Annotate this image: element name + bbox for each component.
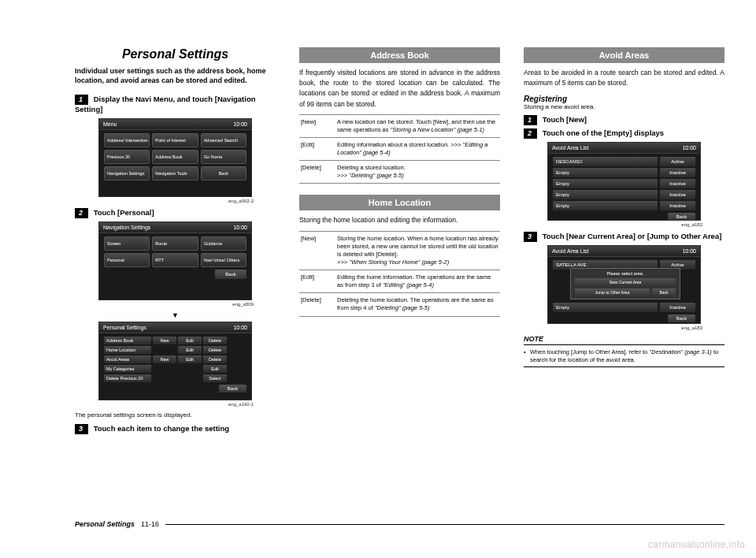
home-location-table: [New] Storing the home location. When a … — [299, 231, 500, 317]
nav-btn[interactable]: Guidance — [201, 236, 246, 251]
note-body: When touching [Jump to Other Area], refe… — [524, 348, 724, 364]
menu-btn[interactable]: Go Home — [201, 150, 246, 164]
intro-text: Individual user settings such as the add… — [75, 66, 276, 85]
ps-delete[interactable]: Delete — [203, 337, 227, 344]
menu-btn[interactable]: Address/ Intersection — [104, 133, 150, 147]
avoid-areas-desc: Areas to be avoided in a route search ca… — [524, 68, 724, 88]
section-avoid-areas: Avoid Areas — [524, 47, 724, 63]
caption-sc3: eng_a190-1 — [75, 402, 276, 407]
ps-label: My Categories — [104, 365, 151, 373]
menu-btn[interactable]: Address Book — [152, 150, 198, 164]
step-3-text: Touch each item to change the setting — [94, 424, 229, 433]
avoid-item[interactable]: Empty — [553, 201, 658, 210]
sc3-clock: 10:00 — [233, 325, 247, 330]
step-3: 3 Touch each item to change the setting — [75, 424, 276, 434]
ps-edit[interactable]: Edit — [203, 365, 227, 373]
avoid-item[interactable]: DESCANSO — [553, 157, 658, 166]
nav-btn[interactable]: Route — [152, 236, 198, 251]
def-val: A new location can be stored. Touch [New… — [335, 114, 500, 137]
nav-btn[interactable]: RTT — [152, 253, 198, 267]
avoid-item[interactable]: Empty — [553, 303, 658, 312]
section-home-location: Home Location — [299, 195, 500, 210]
def-val: Editing information about a stored locat… — [335, 137, 500, 160]
screenshot-avoid-list: Avoid Area List 10:00 DESCANSOActive Emp… — [547, 142, 701, 221]
avoid-step-1: 1 Touch [New] — [524, 115, 724, 125]
def-key: [Delete] — [299, 161, 335, 184]
avoid-step-1-text: Touch [New] — [543, 115, 587, 124]
step-num-2: 2 — [75, 208, 88, 218]
ps-label: Home Location — [104, 346, 151, 354]
def-val: Deleting a stored location.>>> "Deleting… — [335, 161, 500, 184]
screenshot-personal: Personal Settings 10:00 Address Book New… — [98, 322, 252, 400]
back-button[interactable]: Back — [668, 213, 695, 221]
sc2-clock: 10:00 — [233, 225, 247, 230]
menu-btn[interactable]: Previous 20 — [104, 150, 150, 164]
nav-btn[interactable]: Personal — [104, 253, 150, 267]
arrow-down-icon: ▼ — [75, 311, 276, 319]
avoid-item[interactable]: Empty — [553, 168, 658, 177]
avoid-step-2-text: Touch one of the [Empty] displays — [543, 128, 664, 137]
dialog-title: Please select area. — [575, 271, 676, 276]
ps-select[interactable]: Select — [203, 374, 227, 382]
def-key: [New] — [299, 114, 335, 137]
sc-avoid-clock: 10:00 — [682, 145, 696, 151]
avoid-item[interactable]: Empty — [553, 179, 658, 188]
ps-edit[interactable]: Edit — [178, 337, 202, 344]
nav-btn[interactable]: Screen — [104, 236, 150, 251]
step-2: 2 Touch [Personal] — [75, 208, 276, 218]
step-num-1: 1 — [75, 95, 88, 105]
nav-btn[interactable]: Navi Voice/ Others — [201, 253, 246, 267]
ps-new[interactable]: New — [153, 355, 176, 363]
menu-btn[interactable]: Navigation Settings — [104, 166, 150, 180]
column-middle: Address Book If frequently visited locat… — [299, 47, 500, 437]
column-right: Avoid Areas Areas to be avoided in a rou… — [524, 47, 724, 437]
step-num-1: 1 — [524, 115, 537, 125]
ps-label: Address Book — [104, 337, 151, 344]
sc-avoid2-clock: 10:00 — [682, 248, 696, 254]
select-area-dialog: Please select area. Near Current Area Ju… — [570, 268, 680, 299]
avoid-status: Inactive — [660, 168, 695, 177]
ps-label: Avoid Areas — [104, 355, 151, 363]
def-val: Storing the home location. When a home l… — [335, 231, 500, 270]
near-current-area-button[interactable]: Near Current Area — [575, 278, 676, 286]
ps-edit[interactable]: Edit — [178, 355, 202, 363]
def-key: [Edit] — [299, 137, 335, 160]
def-key: [New] — [299, 231, 335, 270]
def-val: Editing the home information. The operat… — [335, 270, 500, 293]
avoid-status: Inactive — [660, 201, 695, 210]
back-button[interactable]: Back — [668, 314, 695, 322]
footer-rule — [165, 524, 724, 525]
sc-avoid2-title: Avoid Area List — [552, 248, 589, 254]
page: Personal Settings Individual user settin… — [0, 0, 756, 461]
ps-delete[interactable]: Delete — [203, 355, 227, 363]
step-1: 1 Display the Navi Menu, and touch [Navi… — [75, 95, 276, 114]
menu-btn[interactable]: Point of Interest — [152, 133, 198, 147]
menu-btn[interactable]: Advanced Search — [201, 133, 246, 147]
home-location-desc: Storing the home location and editing th… — [299, 215, 500, 225]
ps-delete[interactable]: Delete — [203, 346, 227, 354]
def-val: Deleting the home location. The operatio… — [335, 293, 500, 316]
back-button[interactable]: Back — [219, 385, 246, 392]
ps-edit[interactable]: Edit — [178, 346, 202, 354]
registering-heading: Registering — [524, 95, 724, 103]
page-title: Personal Settings — [75, 47, 276, 61]
screenshot-avoid-dialog: Avoid Area List 10:00 SATELLA AVE.Active… — [547, 245, 701, 324]
screenshot-menu: Menu 10:00 Address/ Intersection Point o… — [98, 118, 252, 197]
avoid-status: Inactive — [660, 303, 695, 312]
address-book-desc: If frequently visited locations are stor… — [299, 68, 500, 110]
caption-avoid2: eng_a183 — [524, 326, 724, 330]
back-button[interactable]: Back — [215, 270, 246, 279]
column-left: Personal Settings Individual user settin… — [75, 47, 276, 437]
step-num-2: 2 — [524, 128, 537, 139]
ps-new[interactable]: New — [153, 337, 176, 344]
avoid-status: Inactive — [660, 190, 695, 199]
menu-btn[interactable]: Navigation Tools — [152, 166, 198, 180]
back-button[interactable]: Back — [201, 166, 246, 180]
avoid-step-3: 3 Touch [Near Current Area] or [Jump to … — [524, 232, 724, 242]
avoid-item[interactable]: Empty — [553, 190, 658, 199]
avoid-status: Inactive — [660, 179, 695, 188]
dialog-back-button[interactable]: Back — [652, 288, 676, 296]
jump-to-other-area-button[interactable]: Jump to Other Area — [575, 288, 650, 296]
screenshot-nav-settings: Navigation Settings 10:00 Screen Route G… — [98, 221, 252, 300]
footer-page-number: 11-16 — [141, 520, 159, 528]
